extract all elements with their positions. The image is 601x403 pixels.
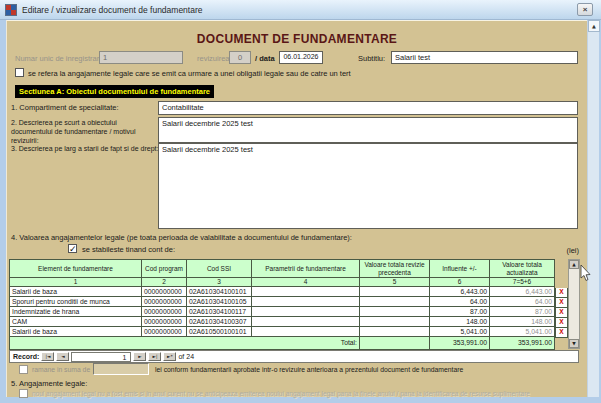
angajament-legal-checkbox — [19, 389, 28, 398]
cell-cod-ssi[interactable]: 02A610304100117 — [187, 307, 252, 317]
date-field[interactable]: 06.01.2026 — [279, 51, 323, 64]
scroll-up-icon[interactable]: ▲ — [569, 260, 579, 269]
delete-row-button[interactable]: X — [555, 298, 568, 308]
fundamentare-table-wrap: Element de fundamentare Cod program Cod … — [9, 259, 580, 350]
cell-influente[interactable]: 6,443.00 — [430, 287, 490, 297]
cell-val-precedenta[interactable] — [360, 287, 430, 297]
cell-val-precedenta[interactable] — [360, 317, 430, 327]
form-icon — [5, 4, 17, 16]
subtitle-label: Subtitlu: — [358, 54, 385, 63]
cell-cod-ssi[interactable]: 02A610304100307 — [187, 317, 252, 327]
cell-influente[interactable]: 64.00 — [430, 297, 490, 307]
ramane-suffix-label: lei conform fundamentarii aprobate intr-… — [155, 366, 463, 373]
cell-element[interactable]: Salarii de baza — [10, 287, 142, 297]
cell-influente[interactable]: 87.00 — [430, 307, 490, 317]
cell-cod-ssi[interactable]: 02A610500100101 — [187, 327, 252, 337]
cell-element[interactable]: Indemnizatie de hrana — [10, 307, 142, 317]
last-record-button[interactable]: ►| — [148, 352, 161, 361]
next-record-button[interactable]: ► — [133, 352, 146, 361]
new-record-button[interactable]: ►* — [163, 352, 176, 361]
descriere-scurt-field[interactable]: Salarii decembrie 2025 test — [158, 117, 578, 143]
table-row: CAM 0000000000 02A610304100307 148.00 14… — [10, 317, 555, 327]
cell-influente[interactable]: 5,041.00 — [430, 327, 490, 337]
record-count-label: of 24 — [178, 353, 194, 360]
cell-parametrii[interactable] — [252, 327, 360, 337]
table-row: Indemnizatie de hrana 0000000000 02A6103… — [10, 307, 555, 317]
mouse-cursor — [580, 264, 592, 282]
total-val-actualizata: 353,991.00 — [490, 337, 555, 350]
previous-record-button[interactable]: ◄ — [56, 352, 69, 361]
cell-element[interactable]: CAM — [10, 317, 142, 327]
table-scrollbar[interactable]: ▲ ▼ — [568, 259, 580, 349]
col-header-parametrii: Parametrii de fundamentare — [252, 260, 360, 278]
se-stabileste-checkbox[interactable]: ✓ — [68, 244, 77, 253]
descriere-scurt-label: 2. Descrierea pe scurt a obiectului docu… — [11, 118, 157, 145]
cell-val-precedenta[interactable] — [360, 307, 430, 317]
cell-val-precedenta[interactable] — [360, 327, 430, 337]
table-header-row: Element de fundamentare Cod program Cod … — [10, 260, 555, 278]
title-bar: Editare / vizualizare document de fundam… — [0, 0, 601, 20]
compartiment-field[interactable]: Contabilitate — [158, 101, 578, 115]
check-icon: ✓ — [69, 244, 77, 254]
total-row: Total: 353,991.00 353,991.00 — [10, 337, 555, 350]
scroll-down-icon[interactable]: ▼ — [569, 339, 579, 348]
row-delete-column: X X X X X — [555, 259, 568, 350]
col-header-val-precedenta: Valoare totala revizie precedenta — [360, 260, 430, 278]
record-number-input[interactable]: 1 — [71, 352, 131, 362]
cell-cod-program[interactable]: 0000000000 — [142, 307, 187, 317]
cell-val-precedenta[interactable] — [360, 297, 430, 307]
table-row: Sporuri pentru conditii de munca 0000000… — [10, 297, 555, 307]
date-label: / data — [255, 54, 275, 63]
first-record-button[interactable]: |◄ — [41, 352, 54, 361]
cell-element[interactable]: Salarii de baza — [10, 327, 142, 337]
form-scrollbar[interactable]: ▲ — [587, 20, 599, 397]
document-title: DOCUMENT DE FUNDAMENTARE — [7, 32, 587, 46]
form-client-area: DOCUMENT DE FUNDAMENTARE Numar unic de i… — [6, 20, 587, 397]
revision-label: revizuirea — [197, 54, 230, 63]
delete-row-button[interactable]: X — [555, 308, 568, 318]
dialog-window: Editare / vizualizare document de fundam… — [0, 0, 601, 403]
angajament-legal-label: noul angajament legal nu a fost emis si … — [32, 390, 530, 397]
revision-field: 0 — [229, 51, 251, 64]
cell-element[interactable]: Sporuri pentru conditii de munca — [10, 297, 142, 307]
window-title: Editare / vizualizare document de fundam… — [22, 5, 203, 15]
cell-cod-program[interactable]: 0000000000 — [142, 287, 187, 297]
scroll-up-icon[interactable]: ▲ — [588, 20, 600, 32]
tert-checkbox-label: se refera la angajamente legale care se … — [28, 69, 351, 78]
record-label: Record: — [13, 353, 39, 360]
ramane-checkbox — [19, 365, 28, 374]
subtitle-field[interactable]: Salarii test — [391, 51, 578, 64]
close-button[interactable]: × — [577, 3, 593, 16]
descriere-larg-field[interactable]: Salarii decembrie 2025 test — [158, 143, 578, 229]
cell-val-actualizata: 87.00 — [490, 307, 555, 317]
cell-parametrii[interactable] — [252, 317, 360, 327]
col-header-element: Element de fundamentare — [10, 260, 142, 278]
delete-row-button[interactable]: X — [555, 318, 568, 328]
section5-label: 5. Angajamente legale: — [11, 379, 87, 388]
table-row: Salarii de baza 0000000000 02A6103041001… — [10, 287, 555, 297]
section-a-header: Sectiunea A: Obiectul documentului de fu… — [15, 85, 214, 98]
cell-influente[interactable]: 148.00 — [430, 317, 490, 327]
cell-cod-program[interactable]: 0000000000 — [142, 297, 187, 307]
delete-row-button[interactable]: X — [555, 328, 568, 338]
cell-val-actualizata: 148.00 — [490, 317, 555, 327]
record-navigator: Record: |◄ ◄ 1 ► ►| ►* of 24 — [9, 350, 579, 363]
cell-parametrii[interactable] — [252, 287, 360, 297]
cell-parametrii[interactable] — [252, 297, 360, 307]
cell-cod-ssi[interactable]: 02A610304100101 — [187, 287, 252, 297]
cell-val-actualizata: 64.00 — [490, 297, 555, 307]
total-label: Total: — [10, 337, 360, 350]
cell-cod-ssi[interactable]: 02A610304100105 — [187, 297, 252, 307]
column-number-row: 1 2 3 4 5 6 7=5+6 — [10, 278, 555, 287]
delete-row-button[interactable]: X — [555, 288, 568, 298]
lei-unit-label: (lei) — [552, 246, 579, 255]
tert-checkbox[interactable] — [15, 68, 24, 77]
col-header-cod-program: Cod program — [142, 260, 187, 278]
cell-parametrii[interactable] — [252, 307, 360, 317]
cell-cod-program[interactable]: 0000000000 — [142, 317, 187, 327]
reg-number-label: Numar unic de inregistrare: — [15, 54, 105, 63]
cell-cod-program[interactable]: 0000000000 — [142, 327, 187, 337]
cell-val-actualizata: 5,041.00 — [490, 327, 555, 337]
total-influente: 353,991.00 — [430, 337, 490, 350]
ramane-amount-field — [93, 363, 149, 375]
